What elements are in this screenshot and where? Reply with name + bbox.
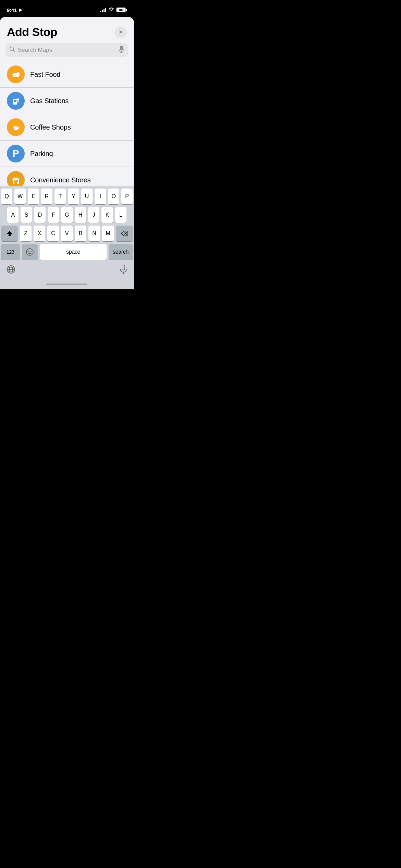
svg-point-0	[10, 47, 14, 51]
space-key[interactable]: space	[40, 244, 107, 260]
status-left: 9:41 ▶	[7, 7, 22, 13]
page-title: Add Stop	[7, 25, 57, 39]
key-u[interactable]: U	[81, 189, 93, 204]
key-n[interactable]: N	[88, 226, 100, 241]
key-c[interactable]: C	[47, 226, 59, 241]
key-s[interactable]: S	[21, 207, 32, 223]
key-h[interactable]: H	[75, 207, 86, 223]
key-w[interactable]: W	[14, 189, 26, 204]
search-icon	[10, 47, 15, 53]
svg-point-24	[31, 251, 31, 252]
convenience-store-icon	[7, 171, 25, 186]
key-v[interactable]: V	[61, 226, 73, 241]
list-item[interactable]: P Parking	[0, 140, 134, 167]
svg-rect-10	[14, 100, 16, 102]
key-a[interactable]: A	[7, 207, 19, 223]
svg-rect-8	[17, 72, 19, 73]
list-item[interactable]: Gas Stations	[0, 87, 134, 114]
location-icon: ▶	[19, 8, 22, 12]
svg-rect-16	[14, 180, 15, 182]
category-list: Fast Food Gas Stations	[0, 61, 134, 186]
list-item[interactable]: Convenience Stores	[0, 167, 134, 186]
close-icon: ✕	[119, 29, 123, 35]
svg-line-1	[13, 50, 15, 52]
search-container	[0, 43, 134, 61]
backspace-key[interactable]	[116, 226, 133, 241]
search-key[interactable]: search	[109, 244, 133, 260]
coffee-shop-icon	[7, 118, 25, 136]
signal-icon	[100, 8, 106, 12]
gas-station-icon	[7, 92, 25, 110]
key-x[interactable]: X	[34, 226, 45, 241]
key-p[interactable]: P	[121, 189, 133, 204]
keyboard-row-1: Q W E R T Y U I O P	[1, 189, 133, 204]
svg-point-23	[28, 251, 29, 252]
numbers-key[interactable]: 123	[1, 244, 20, 260]
keyboard-bottom-row	[1, 263, 133, 278]
key-o[interactable]: O	[108, 189, 119, 204]
svg-rect-7	[17, 73, 20, 76]
key-q[interactable]: Q	[1, 189, 12, 204]
status-bar: 9:41 ▶ 100	[0, 0, 134, 17]
convenience-stores-label: Convenience Stores	[30, 176, 91, 184]
svg-point-13	[17, 99, 19, 100]
parking-label: Parking	[30, 150, 53, 158]
wifi-icon	[108, 7, 114, 13]
globe-icon[interactable]	[7, 265, 15, 276]
keyboard-row-4: 123 space search	[1, 244, 133, 260]
key-r[interactable]: R	[41, 189, 52, 204]
main-sheet: Add Stop ✕	[0, 17, 134, 289]
key-i[interactable]: I	[95, 189, 106, 204]
search-bar	[5, 43, 128, 57]
fast-food-label: Fast Food	[30, 71, 60, 79]
close-button[interactable]: ✕	[114, 26, 127, 38]
key-z[interactable]: Z	[20, 226, 32, 241]
key-g[interactable]: G	[61, 207, 72, 223]
search-input[interactable]	[18, 47, 116, 53]
svg-rect-17	[16, 180, 18, 182]
header: Add Stop ✕	[0, 17, 134, 43]
key-l[interactable]: L	[115, 207, 126, 223]
gas-stations-label: Gas Stations	[30, 97, 69, 105]
svg-point-22	[26, 249, 33, 255]
microphone-icon[interactable]	[119, 46, 124, 55]
key-f[interactable]: F	[48, 207, 59, 223]
key-k[interactable]: K	[101, 207, 113, 223]
microphone-bottom-icon[interactable]	[120, 265, 127, 276]
status-time: 9:41	[7, 7, 17, 13]
keyboard: Q W E R T Y U I O P A S D F G H J K L	[0, 186, 134, 279]
list-item[interactable]: Coffee Shops	[0, 114, 134, 140]
emoji-key[interactable]	[22, 244, 38, 260]
list-item[interactable]: Fast Food	[0, 61, 134, 87]
home-bar	[46, 284, 87, 285]
key-j[interactable]: J	[88, 207, 99, 223]
svg-rect-12	[17, 100, 19, 102]
key-y[interactable]: Y	[68, 189, 79, 204]
shift-key[interactable]	[1, 226, 18, 241]
keyboard-row-2: A S D F G H J K L	[1, 207, 133, 223]
keyboard-row-3: Z X C V B N M	[1, 226, 133, 241]
key-d[interactable]: D	[34, 207, 46, 223]
status-right: 100	[100, 7, 127, 13]
key-m[interactable]: M	[102, 226, 114, 241]
key-e[interactable]: E	[28, 189, 39, 204]
svg-rect-2	[120, 46, 123, 50]
parking-icon: P	[7, 145, 25, 162]
battery-icon: 100	[116, 8, 127, 12]
fast-food-icon	[7, 65, 25, 83]
key-b[interactable]: B	[75, 226, 86, 241]
svg-rect-30	[122, 265, 125, 270]
coffee-shops-label: Coffee Shops	[30, 123, 71, 131]
home-indicator	[0, 279, 134, 289]
key-t[interactable]: T	[54, 189, 66, 204]
